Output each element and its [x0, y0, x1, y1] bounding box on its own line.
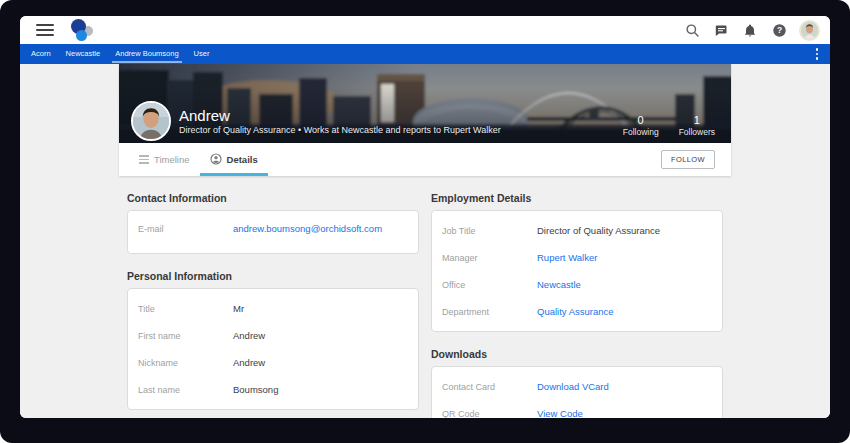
tab-timeline[interactable]: Timeline [129, 143, 200, 176]
nickname-label: Nickname [128, 358, 233, 368]
email-row: E-mail andrew.boumsong@orchidsoft.com [128, 215, 418, 242]
qr-code-row: QR Code View Code [432, 400, 722, 418]
profile-subtitle: Director of Quality Assurance • Works at… [179, 124, 501, 136]
first-name-label: First name [128, 331, 233, 341]
chat-icon[interactable] [712, 21, 730, 39]
office-link[interactable]: Newcastle [537, 279, 581, 290]
qr-code-label: QR Code [432, 409, 537, 419]
title-row: Title Mr [128, 295, 418, 322]
email-label: E-mail [128, 224, 233, 234]
right-column: Employment Details Job Title Director of… [431, 176, 723, 418]
last-name-row: Last name Boumsong [128, 376, 418, 403]
followers-count: 1 [679, 114, 715, 127]
followers-stat[interactable]: 1 Followers [679, 114, 715, 138]
page-content: Andrew Director of Quality Assurance • W… [20, 64, 830, 418]
download-vcard-link[interactable]: Download VCard [537, 381, 609, 392]
contact-information-title: Contact Information [127, 192, 419, 204]
downloads-title: Downloads [431, 348, 723, 360]
user-avatar[interactable] [799, 20, 820, 41]
search-icon[interactable] [683, 21, 701, 39]
breadcrumb-bar: Acorn Newcastle Andrew Boumsong User [20, 44, 830, 64]
menu-icon[interactable] [36, 24, 54, 36]
app-window: ? Acorn Newcastle Andrew Boumsong User [20, 16, 830, 418]
screenshot-frame: ? Acorn Newcastle Andrew Boumsong User [0, 0, 850, 443]
manager-link[interactable]: Rupert Walker [537, 252, 597, 263]
tab-details-label: Details [227, 154, 258, 165]
personal-information-card: Title Mr First name Andrew Nickname Andr… [127, 288, 419, 410]
tab-timeline-label: Timeline [154, 154, 190, 165]
notifications-icon[interactable] [741, 21, 759, 39]
job-title-row: Job Title Director of Quality Assurance [432, 217, 722, 244]
breadcrumb-item-andrew-boumsong[interactable]: Andrew Boumsong [112, 44, 181, 64]
person-circle-icon [210, 151, 222, 169]
title-value: Mr [233, 303, 244, 314]
breadcrumb-item-user[interactable]: User [191, 44, 213, 64]
title-label: Title [128, 304, 233, 314]
manager-label: Manager [432, 253, 537, 263]
office-row: Office Newcastle [432, 271, 722, 298]
follow-button[interactable]: FOLLOW [661, 150, 715, 169]
manager-row: Manager Rupert Walker [432, 244, 722, 271]
view-code-link[interactable]: View Code [537, 408, 583, 418]
department-link[interactable]: Quality Assurance [537, 306, 614, 317]
first-name-value: Andrew [233, 330, 265, 341]
department-label: Department [432, 307, 537, 317]
email-link[interactable]: andrew.boumsong@orchidsoft.com [233, 223, 382, 234]
svg-text:?: ? [776, 25, 781, 35]
breadcrumb-item-newcastle[interactable]: Newcastle [63, 44, 104, 64]
profile-name: Andrew [179, 107, 501, 124]
tab-details[interactable]: Details [200, 143, 268, 176]
profile-banner-image: Andrew Director of Quality Assurance • W… [119, 64, 731, 143]
top-app-bar: ? [20, 16, 830, 44]
last-name-value: Boumsong [233, 384, 278, 395]
contact-information-card: E-mail andrew.boumsong@orchidsoft.com [127, 210, 419, 254]
first-name-row: First name Andrew [128, 322, 418, 349]
downloads-card: Contact Card Download VCard QR Code View… [431, 366, 723, 418]
personal-information-title: Personal Information [127, 270, 419, 282]
office-label: Office [432, 280, 537, 290]
employment-details-title: Employment Details [431, 192, 723, 204]
contact-card-row: Contact Card Download VCard [432, 373, 722, 400]
department-row: Department Quality Assurance [432, 298, 722, 325]
job-title-label: Job Title [432, 226, 537, 236]
last-name-label: Last name [128, 385, 233, 395]
following-stat[interactable]: 0 Following [623, 114, 659, 138]
profile-header-card: Andrew Director of Quality Assurance • W… [119, 64, 731, 176]
more-options-icon[interactable] [812, 47, 822, 61]
timeline-icon [139, 155, 149, 164]
employment-details-card: Job Title Director of Quality Assurance … [431, 210, 723, 332]
profile-tabbar: Timeline Details FOLLOW [119, 143, 731, 176]
help-icon[interactable]: ? [770, 21, 788, 39]
breadcrumb-item-acorn[interactable]: Acorn [28, 44, 54, 64]
followers-label: Followers [679, 127, 715, 138]
following-count: 0 [623, 114, 659, 127]
nickname-value: Andrew [233, 357, 265, 368]
job-title-value: Director of Quality Assurance [537, 225, 660, 236]
nickname-row: Nickname Andrew [128, 349, 418, 376]
contact-card-label: Contact Card [432, 382, 537, 392]
left-column: Contact Information E-mail andrew.boumso… [127, 176, 419, 418]
app-logo [70, 17, 96, 43]
profile-avatar [131, 101, 171, 141]
following-label: Following [623, 127, 659, 138]
